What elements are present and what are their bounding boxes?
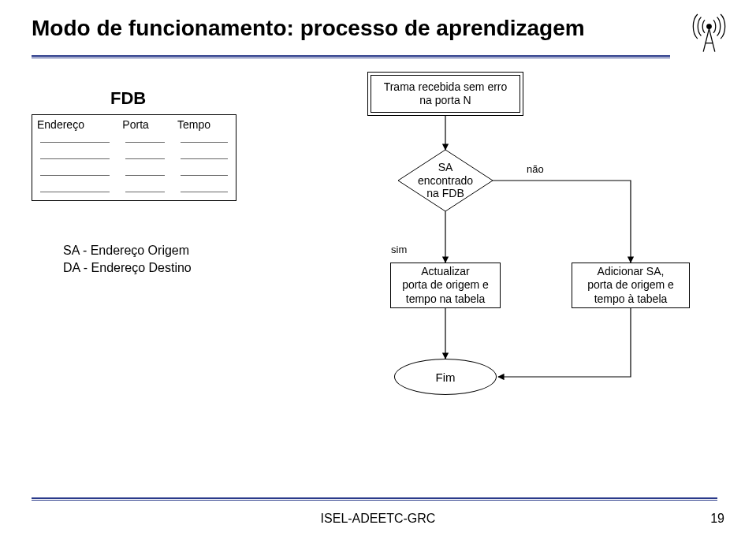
col-tempo: Tempo [173, 115, 236, 134]
start-node: Trama recebida sem erro na porta N [371, 75, 520, 113]
legend-da: DA - Endereço Destino [63, 261, 192, 275]
fdb-heading: FDB [110, 88, 146, 109]
process-add-text: Adicionar SA, porta de origem e tempo à … [587, 265, 674, 307]
legend-sa: SA - Endereço Origem [63, 244, 192, 258]
footer-divider [32, 497, 717, 501]
fdb-table: Endereço Porta Tempo [32, 114, 236, 201]
end-node-text: Fim [436, 371, 456, 384]
table-row [32, 167, 236, 184]
decision-text: SA encontrado na FDB [398, 150, 493, 211]
decision-node: SA encontrado na FDB [398, 150, 493, 211]
process-update-node: Actualizar porta de origem e tempo na ta… [390, 263, 501, 308]
col-porta: Porta [117, 115, 173, 134]
svg-point-0 [707, 24, 712, 29]
antenna-icon [687, 8, 731, 55]
legend-block: SA - Endereço Origem DA - Endereço Desti… [63, 240, 192, 278]
table-row [32, 184, 236, 200]
page-number: 19 [710, 512, 724, 526]
title-divider [32, 55, 670, 58]
process-add-node: Adicionar SA, porta de origem e tempo à … [572, 263, 690, 308]
end-node: Fim [394, 359, 497, 395]
edge-label-no: não [527, 163, 544, 175]
process-update-text: Actualizar porta de origem e tempo na ta… [402, 265, 489, 307]
col-endereco: Endereço [32, 115, 117, 134]
start-node-text: Trama recebida sem erro na porta N [384, 80, 508, 108]
flowchart: Trama recebida sem erro na porta N SA en… [300, 75, 725, 438]
table-header-row: Endereço Porta Tempo [32, 115, 236, 134]
table-row [32, 151, 236, 167]
table-row [32, 134, 236, 151]
edge-label-yes: sim [391, 244, 407, 255]
page-title: Modo de funcionamento: processo de apren… [32, 16, 585, 41]
footer-text: ISEL-ADEETC-GRC [0, 512, 756, 526]
